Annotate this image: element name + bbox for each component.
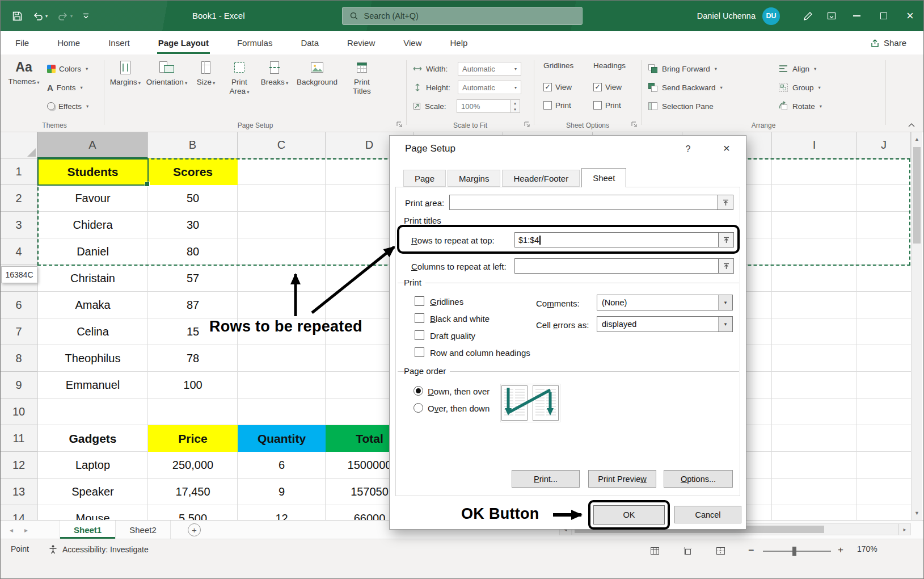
cell-A2[interactable]: Favour xyxy=(37,185,148,212)
columns-repeat-input[interactable] xyxy=(514,258,719,274)
draft-quality-checkbox[interactable] xyxy=(415,330,424,340)
columns-repeat-collapse-button[interactable] xyxy=(719,258,734,274)
cell-B2[interactable]: 50 xyxy=(148,185,238,212)
scroll-up-button[interactable]: ▲ xyxy=(912,132,922,146)
customize-quick-access-button[interactable] xyxy=(82,12,90,19)
row-header-1[interactable]: 1 xyxy=(1,158,37,185)
size-button[interactable]: Size▾ xyxy=(193,56,219,87)
row-column-headings-checkbox[interactable] xyxy=(415,347,424,357)
gridlines-print-option[interactable]: Print xyxy=(543,98,571,112)
editing-pen-icon[interactable] xyxy=(796,1,820,31)
background-button[interactable]: Background xyxy=(294,56,340,87)
rows-repeat-collapse-button[interactable] xyxy=(719,232,734,247)
scroll-down-button[interactable]: ▼ xyxy=(912,506,922,520)
headings-print-checkbox[interactable] xyxy=(593,101,602,110)
cell-B4[interactable]: 80 xyxy=(148,238,238,265)
vertical-scrollbar[interactable]: ▲ ▼ xyxy=(911,132,922,520)
selection-pane-button[interactable]: Selection Pane xyxy=(647,99,714,114)
avatar[interactable]: DU xyxy=(762,7,780,25)
scale-field[interactable]: 100% xyxy=(457,99,510,113)
over-then-down-radio[interactable] xyxy=(414,403,423,413)
cell-A7[interactable]: Celina xyxy=(37,318,148,345)
redo-button[interactable]: ▾ xyxy=(57,11,73,21)
dialog-launcher-page-setup[interactable] xyxy=(396,121,403,128)
cell-A13[interactable]: Speaker xyxy=(37,479,148,505)
dialog-close-button[interactable]: × xyxy=(714,139,739,157)
collapse-ribbon-button[interactable] xyxy=(908,123,915,127)
gridlines-checkbox-label[interactable]: Gridlines xyxy=(430,297,463,307)
rows-repeat-input[interactable]: $1:$4 xyxy=(514,232,719,247)
options-button[interactable]: Options... xyxy=(664,470,733,488)
cell-A9[interactable]: Emmanuel xyxy=(37,372,148,398)
row-column-headings-checkbox-label[interactable]: Row and column headings xyxy=(430,348,530,358)
height-select[interactable]: Automatic▾ xyxy=(458,81,521,94)
cancel-button[interactable]: Cancel xyxy=(674,506,741,523)
cell-B8[interactable]: 78 xyxy=(148,345,238,372)
maximize-button[interactable] xyxy=(870,1,897,31)
cell-A4[interactable]: Daniel xyxy=(37,238,148,265)
cell-A12[interactable]: Laptop xyxy=(37,452,148,479)
row-header-4[interactable]: 4 xyxy=(1,238,37,265)
row-header-7[interactable]: 7 xyxy=(1,318,37,345)
fonts-button[interactable]: A Fonts▾ xyxy=(47,80,83,95)
select-all-corner[interactable] xyxy=(1,132,37,158)
view-page-layout-button[interactable] xyxy=(680,544,695,557)
dialog-tab-page[interactable]: Page xyxy=(403,170,446,187)
gridlines-checkbox[interactable] xyxy=(415,296,424,306)
cell-C14[interactable]: 12 xyxy=(238,505,326,520)
save-button[interactable] xyxy=(12,11,23,22)
cell-C11[interactable]: Quantity xyxy=(238,425,326,452)
scale-stepper[interactable]: ▴▾ xyxy=(510,99,520,113)
scroll-right-button[interactable]: ▸ xyxy=(898,523,911,535)
zoom-slider-thumb[interactable] xyxy=(792,547,796,556)
tab-page-layout[interactable]: Page Layout xyxy=(157,31,210,54)
breaks-button[interactable]: Breaks▾ xyxy=(260,56,289,87)
row-header-13[interactable]: 13 xyxy=(1,479,37,505)
tab-insert[interactable]: Insert xyxy=(107,31,131,54)
cell-A11[interactable]: Gadgets xyxy=(37,425,148,452)
row-header-9[interactable]: 9 xyxy=(1,372,37,398)
print-area-input[interactable] xyxy=(449,195,718,210)
minimize-button[interactable] xyxy=(843,1,870,31)
search-input[interactable] xyxy=(364,11,575,20)
tab-home[interactable]: Home xyxy=(56,31,81,54)
view-page-break-button[interactable] xyxy=(713,544,728,557)
dialog-launcher-sheet-options[interactable] xyxy=(631,121,638,128)
themes-button[interactable]: Aa Themes▾ xyxy=(6,56,41,86)
undo-button[interactable]: ▾ xyxy=(32,11,48,21)
cell-C12[interactable]: 6 xyxy=(238,452,326,479)
tab-file[interactable]: File xyxy=(14,31,30,54)
row-header-11[interactable]: 11 xyxy=(1,425,37,452)
cell-B9[interactable]: 100 xyxy=(148,372,238,398)
align-button[interactable]: Align▾ xyxy=(778,61,816,76)
accessibility-status[interactable]: Accessibility: Investigate xyxy=(48,544,149,554)
cell-errors-dropdown[interactable]: displayed▾ xyxy=(597,316,733,332)
black-and-white-checkbox-label[interactable]: Black and white xyxy=(430,314,490,324)
sheet-nav-left-button[interactable]: ◂ xyxy=(10,526,13,534)
cell-A5[interactable]: Christain xyxy=(37,265,148,292)
headings-view-option[interactable]: ✓View xyxy=(593,79,622,94)
ok-button[interactable]: OK xyxy=(593,505,665,525)
down-then-over-label[interactable]: Down, then over xyxy=(428,387,490,396)
row-header-10[interactable]: 10 xyxy=(1,398,37,425)
cell-A6[interactable]: Amaka xyxy=(37,292,148,318)
print-area-collapse-button[interactable] xyxy=(718,195,733,210)
column-header-a[interactable]: A xyxy=(37,132,148,158)
cell-B13[interactable]: 17,450 xyxy=(148,479,238,505)
tab-view[interactable]: View xyxy=(402,31,423,54)
dialog-tab-header-footer[interactable]: Header/Footer xyxy=(502,170,580,187)
colors-button[interactable]: Colors▾ xyxy=(47,61,88,76)
cell-B1[interactable]: Scores xyxy=(148,158,238,185)
column-header-j[interactable]: J xyxy=(857,132,911,158)
headings-print-option[interactable]: Print xyxy=(593,98,621,112)
tab-formulas[interactable]: Formulas xyxy=(236,31,274,54)
gridlines-print-checkbox[interactable] xyxy=(543,101,552,110)
print-area-button[interactable]: Print Area▾ xyxy=(223,56,255,95)
sheet-nav-right-button[interactable]: ▸ xyxy=(24,526,28,534)
bring-forward-button[interactable]: Bring Forward▾ xyxy=(647,61,717,76)
ribbon-display-options-button[interactable] xyxy=(820,1,843,31)
search-box[interactable] xyxy=(342,7,583,25)
cell-A1[interactable]: Students xyxy=(37,158,148,185)
cell-B12[interactable]: 250,000 xyxy=(148,452,238,479)
zoom-slider[interactable] xyxy=(763,551,831,552)
